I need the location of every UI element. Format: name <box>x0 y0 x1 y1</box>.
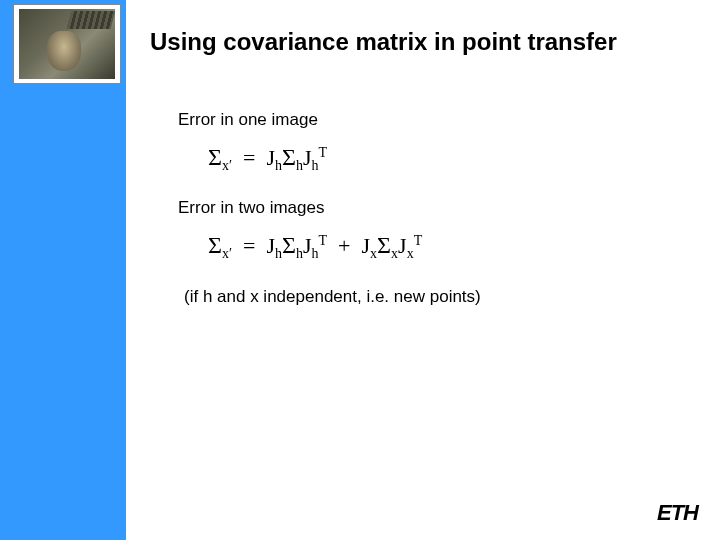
eth-logo: ETH <box>657 500 698 526</box>
equation-one-image: Σx′ = JhΣhJhT <box>208 144 678 174</box>
label-error-one-image: Error in one image <box>178 110 678 130</box>
equation-two-images: Σx′ = JhΣhJhT + JxΣxJxT <box>208 232 678 262</box>
page-title: Using covariance matrix in point transfe… <box>150 28 617 56</box>
medusa-relief-icon <box>19 9 115 79</box>
corner-image <box>13 4 121 84</box>
independence-note: (if h and x independent, i.e. new points… <box>184 287 678 307</box>
content-area: Error in one image Σx′ = JhΣhJhT Error i… <box>178 110 678 307</box>
label-error-two-images: Error in two images <box>178 198 678 218</box>
